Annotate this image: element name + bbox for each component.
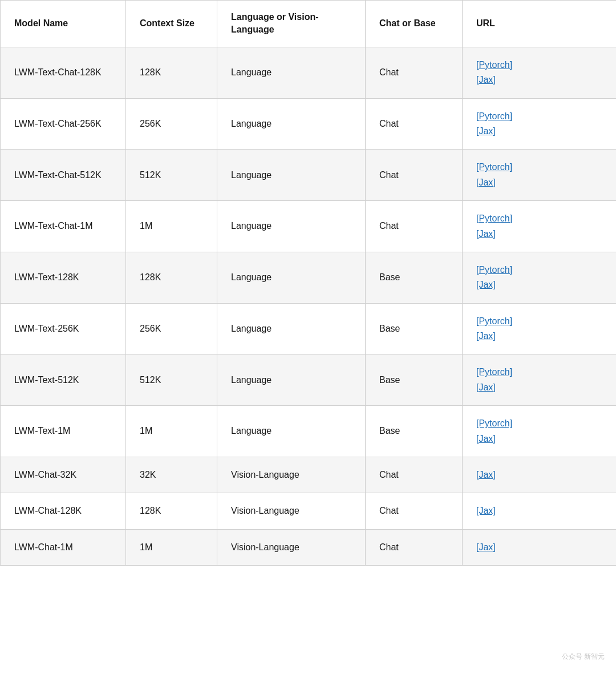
- cell-lang-vision: Language: [217, 201, 366, 252]
- cell-url: [Jax]: [463, 457, 617, 493]
- model-link[interactable]: [Jax]: [476, 541, 602, 554]
- column-header-url: URL: [463, 1, 617, 47]
- model-link[interactable]: [Pytorch]: [476, 417, 602, 430]
- cell-context-size: 1M: [126, 406, 217, 457]
- cell-url: [Pytorch][Jax]: [463, 252, 617, 303]
- model-link[interactable]: [Jax]: [476, 74, 602, 86]
- cell-chat-base: Chat: [366, 47, 463, 98]
- table-row: LWM-Text-Chat-512K512KLanguageChat[Pytor…: [1, 150, 617, 201]
- cell-chat-base: Chat: [366, 201, 463, 252]
- cell-context-size: 256K: [126, 303, 217, 354]
- cell-lang-vision: Language: [217, 303, 366, 354]
- cell-chat-base: Base: [366, 252, 463, 303]
- table-row: LWM-Text-Chat-1M1MLanguageChat[Pytorch][…: [1, 201, 617, 252]
- cell-context-size: 512K: [126, 150, 217, 201]
- model-link[interactable]: [Pytorch]: [476, 59, 602, 71]
- model-link[interactable]: [Jax]: [476, 228, 602, 240]
- cell-url: [Pytorch][Jax]: [463, 98, 617, 150]
- model-link[interactable]: [Jax]: [476, 176, 602, 189]
- cell-model-name: LWM-Text-Chat-512K: [1, 150, 126, 201]
- cell-url: [Pytorch][Jax]: [463, 303, 617, 354]
- cell-chat-base: Chat: [366, 457, 463, 493]
- table-row: LWM-Text-512K512KLanguageBase[Pytorch][J…: [1, 354, 617, 406]
- table-row: LWM-Chat-1M1MVision-LanguageChat[Jax]: [1, 529, 617, 565]
- cell-context-size: 32K: [126, 457, 217, 493]
- model-link[interactable]: [Pytorch]: [476, 264, 602, 276]
- cell-chat-base: Chat: [366, 98, 463, 150]
- table-row: LWM-Text-128K128KLanguageBase[Pytorch][J…: [1, 252, 617, 303]
- cell-model-name: LWM-Chat-128K: [1, 493, 126, 529]
- cell-model-name: LWM-Text-Chat-256K: [1, 98, 126, 150]
- model-link[interactable]: [Jax]: [476, 381, 602, 394]
- cell-chat-base: Base: [366, 303, 463, 354]
- model-table: Model NameContext SizeLanguage or Vision…: [0, 0, 616, 566]
- cell-lang-vision: Language: [217, 47, 366, 98]
- table-row: LWM-Text-256K256KLanguageBase[Pytorch][J…: [1, 303, 617, 354]
- cell-model-name: LWM-Text-Chat-128K: [1, 47, 126, 98]
- model-link[interactable]: [Pytorch]: [476, 212, 602, 225]
- cell-lang-vision: Vision-Language: [217, 457, 366, 493]
- model-link[interactable]: [Jax]: [476, 279, 602, 291]
- cell-url: [Jax]: [463, 529, 617, 565]
- cell-url: [Pytorch][Jax]: [463, 354, 617, 406]
- cell-context-size: 1M: [126, 201, 217, 252]
- cell-model-name: LWM-Chat-32K: [1, 457, 126, 493]
- table-header-row: Model NameContext SizeLanguage or Vision…: [1, 1, 617, 47]
- table-row: LWM-Chat-32K32KVision-LanguageChat[Jax]: [1, 457, 617, 493]
- cell-url: [Pytorch][Jax]: [463, 201, 617, 252]
- model-link[interactable]: [Pytorch]: [476, 161, 602, 174]
- table-row: LWM-Text-Chat-128K128KLanguageChat[Pytor…: [1, 47, 617, 98]
- cell-lang-vision: Vision-Language: [217, 493, 366, 529]
- model-link[interactable]: [Jax]: [476, 125, 602, 138]
- cell-url: [Jax]: [463, 493, 617, 529]
- cell-model-name: LWM-Text-512K: [1, 354, 126, 406]
- model-link[interactable]: [Jax]: [476, 330, 602, 342]
- model-link[interactable]: [Pytorch]: [476, 366, 602, 378]
- model-link[interactable]: [Pytorch]: [476, 110, 602, 123]
- column-header-chat_base: Chat or Base: [366, 1, 463, 47]
- column-header-model_name: Model Name: [1, 1, 126, 47]
- cell-model-name: LWM-Chat-1M: [1, 529, 126, 565]
- cell-lang-vision: Language: [217, 150, 366, 201]
- cell-model-name: LWM-Text-Chat-1M: [1, 201, 126, 252]
- cell-context-size: 1M: [126, 529, 217, 565]
- table-row: LWM-Text-1M1MLanguageBase[Pytorch][Jax]: [1, 406, 617, 457]
- cell-chat-base: Chat: [366, 150, 463, 201]
- cell-chat-base: Base: [366, 406, 463, 457]
- cell-url: [Pytorch][Jax]: [463, 406, 617, 457]
- cell-chat-base: Base: [366, 354, 463, 406]
- cell-context-size: 128K: [126, 252, 217, 303]
- cell-lang-vision: Language: [217, 406, 366, 457]
- cell-chat-base: Chat: [366, 493, 463, 529]
- cell-context-size: 128K: [126, 47, 217, 98]
- model-link[interactable]: [Jax]: [476, 505, 602, 517]
- cell-context-size: 512K: [126, 354, 217, 406]
- column-header-lang_vision: Language or Vision-Language: [217, 1, 366, 47]
- cell-lang-vision: Language: [217, 252, 366, 303]
- cell-url: [Pytorch][Jax]: [463, 47, 617, 98]
- model-link[interactable]: [Jax]: [476, 469, 602, 481]
- cell-context-size: 256K: [126, 98, 217, 150]
- model-link[interactable]: [Pytorch]: [476, 315, 602, 328]
- table-container: Model NameContext SizeLanguage or Vision…: [0, 0, 616, 566]
- cell-chat-base: Chat: [366, 529, 463, 565]
- cell-model-name: LWM-Text-256K: [1, 303, 126, 354]
- cell-lang-vision: Language: [217, 98, 366, 150]
- table-row: LWM-Text-Chat-256K256KLanguageChat[Pytor…: [1, 98, 617, 150]
- table-row: LWM-Chat-128K128KVision-LanguageChat[Jax…: [1, 493, 617, 529]
- cell-model-name: LWM-Text-128K: [1, 252, 126, 303]
- cell-url: [Pytorch][Jax]: [463, 150, 617, 201]
- column-header-context_size: Context Size: [126, 1, 217, 47]
- cell-context-size: 128K: [126, 493, 217, 529]
- cell-lang-vision: Vision-Language: [217, 529, 366, 565]
- model-link[interactable]: [Jax]: [476, 433, 602, 445]
- cell-model-name: LWM-Text-1M: [1, 406, 126, 457]
- cell-lang-vision: Language: [217, 354, 366, 406]
